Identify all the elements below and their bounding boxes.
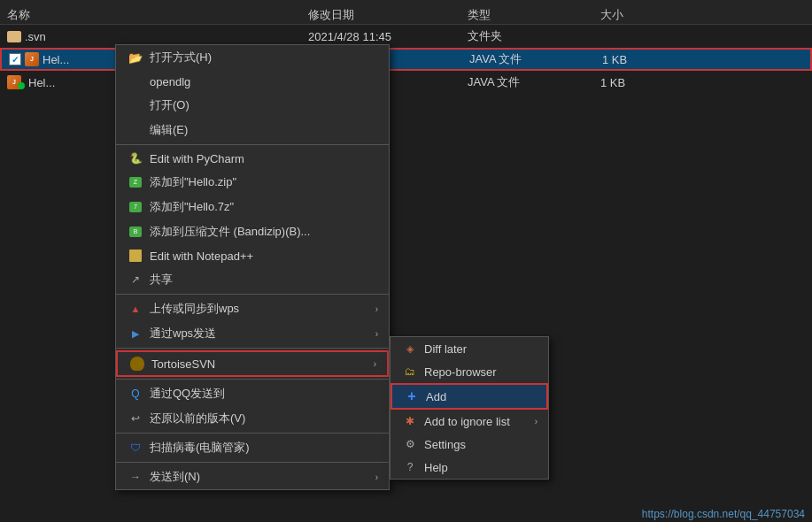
qq-icon: Q bbox=[127, 387, 144, 401]
tortoise-submenu: ◈ Diff later 🗂 Repo-browser + Add ✱ Add … bbox=[390, 336, 549, 480]
diff-icon: ◈ bbox=[401, 342, 419, 356]
pycharm-icon: 🐍 bbox=[127, 151, 144, 165]
submenu-diff-later[interactable]: ◈ Diff later bbox=[391, 337, 548, 360]
menu-revert[interactable]: ↩ 还原以前的版本(V) bbox=[116, 406, 389, 431]
separator5 bbox=[116, 433, 389, 434]
menu-scan[interactable]: 🛡 扫描病毒(电脑管家) bbox=[116, 435, 389, 460]
repo-icon: 🗂 bbox=[401, 365, 419, 379]
separator2 bbox=[116, 294, 389, 295]
file-checkbox[interactable] bbox=[9, 53, 21, 65]
notepad-icon bbox=[127, 249, 144, 263]
file-size bbox=[593, 33, 682, 40]
submenu-help[interactable]: ? Help bbox=[391, 456, 548, 479]
settings-icon: ⚙ bbox=[401, 437, 419, 451]
submenu-arrow: › bbox=[375, 304, 378, 314]
header-name: 名称 bbox=[0, 4, 301, 20]
svn-badge bbox=[18, 82, 25, 89]
menu-open[interactable]: 打开(O) bbox=[116, 93, 389, 118]
edit-icon bbox=[127, 123, 144, 137]
ignore-submenu-arrow: › bbox=[535, 417, 537, 426]
tortoise-icon bbox=[128, 357, 146, 371]
add-icon: + bbox=[403, 389, 421, 403]
file-name: .svn bbox=[25, 30, 46, 43]
menu-qq-send[interactable]: Q 通过QQ发送到 bbox=[116, 381, 389, 406]
open2-icon bbox=[127, 98, 144, 112]
header-size: 大小 bbox=[593, 4, 682, 20]
separator4 bbox=[116, 379, 389, 380]
send-icon: → bbox=[127, 470, 144, 484]
folder-icon bbox=[7, 31, 21, 42]
menu-add-compress[interactable]: B 添加到压缩文件 (Bandizip)(B)... bbox=[116, 219, 389, 244]
header-date: 修改日期 bbox=[301, 4, 460, 20]
menu-wps-send[interactable]: ▶ 通过wps发送 › bbox=[116, 321, 389, 346]
menu-share[interactable]: ↗ 共享 bbox=[116, 267, 389, 292]
file-name: Hel... bbox=[43, 53, 69, 66]
help-icon: ? bbox=[401, 460, 419, 474]
submenu-add-ignore[interactable]: ✱ Add to ignore list › bbox=[391, 410, 548, 433]
submenu-add[interactable]: + Add bbox=[391, 383, 548, 410]
scan-icon: 🛡 bbox=[127, 441, 144, 455]
separator1 bbox=[116, 144, 389, 145]
menu-edit[interactable]: 编辑(E) bbox=[116, 118, 389, 142]
wps-send-icon: ▶ bbox=[127, 326, 144, 341]
file-size: 1 KB bbox=[595, 50, 684, 70]
compress-icon: B bbox=[127, 225, 144, 239]
menu-add-7z[interactable]: 7 添加到"Hello.7z" bbox=[116, 195, 389, 219]
submenu-settings[interactable]: ⚙ Settings bbox=[391, 433, 548, 456]
wps-up-icon: ▲ bbox=[127, 302, 144, 316]
url-bar: https://blog.csdn.net/qq_44757034 bbox=[642, 508, 805, 520]
header-type: 类型 bbox=[460, 4, 593, 20]
ignore-icon: ✱ bbox=[401, 414, 419, 428]
menu-wps-upload[interactable]: ▲ 上传或同步到wps › bbox=[116, 296, 389, 321]
file-header: 名称 修改日期 类型 大小 bbox=[0, 0, 812, 25]
7z-icon: 7 bbox=[127, 200, 144, 214]
separator6 bbox=[116, 462, 389, 463]
separator3 bbox=[116, 348, 389, 349]
zip-icon: Z bbox=[127, 175, 144, 189]
menu-add-zip[interactable]: Z 添加到"Hello.zip" bbox=[116, 170, 389, 195]
submenu-arrow4: › bbox=[375, 472, 378, 482]
menu-pycharm[interactable]: 🐍 Edit with PyCharm bbox=[116, 147, 389, 170]
file-name: Hel... bbox=[28, 76, 55, 89]
file-type: 文件夹 bbox=[460, 25, 593, 48]
share-icon: ↗ bbox=[127, 273, 144, 287]
submenu-repo-browser[interactable]: 🗂 Repo-browser bbox=[391, 360, 548, 383]
submenu-arrow3: › bbox=[374, 359, 376, 369]
open-icon: 📂 bbox=[127, 50, 144, 65]
context-menu: 📂 打开方式(H) opendlg 打开(O) 编辑(E) 🐍 Edit wit… bbox=[115, 44, 390, 490]
menu-notepad[interactable]: Edit with Notepad++ bbox=[116, 244, 389, 267]
file-size: 1 KB bbox=[593, 73, 682, 93]
menu-send-to[interactable]: → 发送到(N) › bbox=[116, 464, 389, 489]
submenu-arrow2: › bbox=[375, 329, 378, 339]
revert-icon: ↩ bbox=[127, 411, 144, 426]
menu-open-with[interactable]: 📂 打开方式(H) bbox=[116, 45, 389, 70]
opendlg-icon bbox=[127, 74, 144, 88]
file-type: JAVA 文件 bbox=[462, 48, 595, 71]
menu-opendlg[interactable]: opendlg bbox=[116, 70, 389, 93]
svn-java-icon: J bbox=[7, 75, 25, 89]
menu-tortoisesvn[interactable]: TortoiseSVN › bbox=[116, 350, 389, 377]
java-icon: J bbox=[25, 52, 39, 66]
file-type: JAVA 文件 bbox=[460, 71, 593, 94]
